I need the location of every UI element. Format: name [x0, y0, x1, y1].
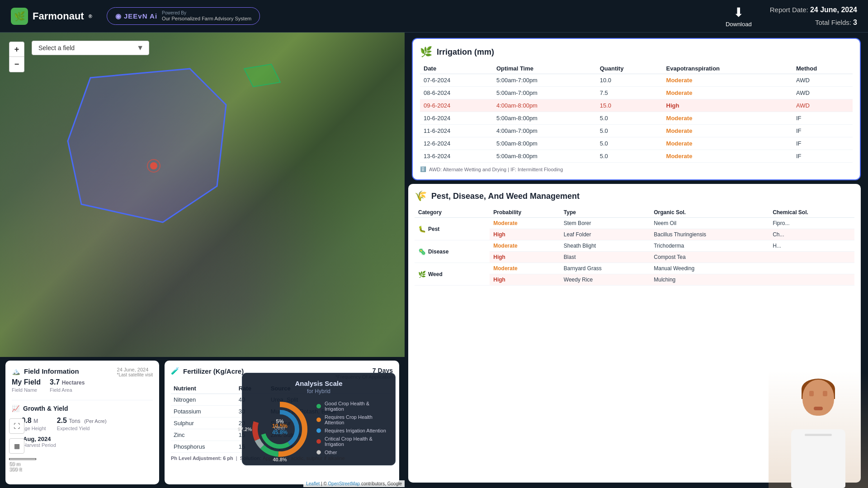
svg-marker-3: [244, 64, 280, 87]
fert-nutrient: Nitrogen: [171, 394, 236, 406]
map-attribution: Leaflet | © OpenStreetMap contributors, …: [303, 480, 405, 487]
col-method: Method: [793, 63, 853, 74]
irrigation-icon: 🌿: [420, 46, 432, 58]
field-area-metric: 3.7 Hectares Field Area: [50, 378, 85, 393]
field-info-icon: 🏔️: [12, 367, 20, 375]
pest-category: 🦠 Disease: [415, 240, 490, 263]
pest-chemical: [769, 263, 854, 274]
irr-time: 5:00am-8:00pm: [493, 150, 596, 163]
scale-bar: [9, 458, 36, 460]
pest-organic: Compost Tea: [650, 252, 769, 263]
map-fullscreen-button[interactable]: ⛶: [9, 418, 24, 434]
col-optimal-time: Optimal Time: [493, 63, 596, 74]
col-nutrient: Nutrient: [171, 383, 236, 394]
pest-probability: High: [490, 252, 560, 263]
field-name-row: My Field Field Name 3.7 Hectares Field A…: [12, 378, 153, 393]
zoom-in-button[interactable]: +: [9, 42, 24, 57]
pest-type: Stem Borer: [560, 218, 650, 229]
pest-probability: Moderate: [490, 240, 560, 252]
map-layers-button[interactable]: ▦: [9, 438, 24, 454]
legend-dot-irrigation: [316, 428, 321, 433]
irr-qty: 5.0: [596, 112, 663, 125]
osm-link[interactable]: OpenStreetMap: [328, 481, 360, 486]
irr-ev: Moderate: [663, 87, 793, 99]
irr-time: 5:00am-8:00pm: [493, 137, 596, 150]
pest-chemical: Ch...: [769, 229, 854, 240]
header: 🌿 Farmonaut® ◉ JEEvN Ai Powered By Our P…: [0, 0, 868, 33]
pest-disease-title: 🌾 Pest, Disease, And Weed Management: [415, 190, 854, 202]
irr-qty: 5.0: [596, 150, 663, 163]
irrigation-footer: ℹ️ AWD: Alternate Wetting and Drying | I…: [420, 166, 853, 172]
harvest-row: 📅 Aug, 2024 Harvest Period: [12, 436, 153, 448]
donut-pct-left: 97.2%: [238, 427, 252, 432]
col-category: Category: [415, 207, 490, 218]
yield-metric: 2.5 Tons (Per Acre) Expected Yield: [57, 417, 107, 431]
pest-probability: Moderate: [490, 263, 560, 274]
field-select[interactable]: Select a field: [32, 41, 149, 55]
irr-date: 08-6-2024: [420, 87, 493, 99]
report-date-line: Report Date: 24 June, 2024: [770, 4, 857, 16]
legend-dot-good: [316, 404, 321, 408]
pest-organic: Neem Oil: [650, 218, 769, 229]
growth-metrics: ▤ 0.8 M Average Height 2.5 Tons (Per Acr…: [12, 417, 153, 431]
growth-section: 📈 Growth & Yield ▤ 0.8 M Average Height …: [12, 400, 153, 448]
fert-nutrient: Phosphorus: [171, 441, 236, 453]
svg-marker-0: [68, 69, 226, 222]
pest-table-row: 🐛 Pest Moderate Stem Borer Neem Oil Fipr…: [415, 218, 854, 229]
svg-point-1: [150, 162, 157, 169]
analysis-popup: Analysis Scale for Hybrid 97.2%: [242, 373, 396, 465]
growth-title: 📈 Growth & Yield: [12, 405, 153, 412]
field-select-container: Select a field ▼: [32, 41, 149, 55]
zoom-out-button[interactable]: −: [9, 57, 24, 72]
pest-type: Sheath Blight: [560, 240, 650, 252]
irr-method: IF: [793, 137, 853, 150]
map-scale: 50 m 300 ft: [9, 458, 36, 472]
col-quantity: Quantity: [596, 63, 663, 74]
download-label: Download: [726, 21, 752, 28]
pest-probability: High: [490, 274, 560, 286]
irr-time: 4:00am-8:00pm: [493, 99, 596, 112]
download-button[interactable]: ⬇ Download: [726, 5, 752, 28]
scale-label-m: 50 m: [9, 461, 36, 466]
pest-probability: High: [490, 229, 560, 240]
pest-organic: Mulching: [650, 274, 769, 286]
field-polygon-overlay: [0, 33, 405, 263]
irr-method: IF: [793, 125, 853, 137]
irr-date: 10-6-2024: [420, 112, 493, 125]
jeevn-text: ◉ JEEvN Ai: [115, 12, 157, 20]
analysis-body: 97.2%: [250, 400, 387, 459]
irr-date: 11-6-2024: [420, 125, 493, 137]
irrigation-table-row: 10-6-2024 5:00am-8:00pm 5.0 Moderate IF: [420, 112, 853, 125]
report-info: Report Date: 24 June, 2024 Total Fields:…: [770, 4, 857, 28]
jeevn-badge[interactable]: ◉ JEEvN Ai Powered By Our Personalized F…: [107, 7, 260, 25]
irr-qty: 15.0: [596, 99, 663, 112]
irrigation-table-row: 07-6-2024 5:00am-7:00pm 10.0 Moderate AW…: [420, 74, 853, 87]
irr-method: AWD: [793, 74, 853, 87]
header-right: ⬇ Download Report Date: 24 June, 2024 To…: [726, 4, 857, 28]
pest-organic: Bacillus Thuringiensis: [650, 229, 769, 240]
irr-ev: Moderate: [663, 125, 793, 137]
pest-chemical: [769, 252, 854, 263]
irr-method: IF: [793, 112, 853, 125]
irr-date: 13-6-2024: [420, 150, 493, 163]
leaflet-link[interactable]: Leaflet: [306, 481, 320, 486]
pest-chemical: [769, 274, 854, 286]
irr-date: 09-6-2024: [420, 99, 493, 112]
irrigation-table-row: 13-6-2024 5:00am-8:00pm 5.0 Moderate IF: [420, 150, 853, 163]
pest-disease-panel: 🌾 Pest, Disease, And Weed Management Cat…: [408, 184, 861, 483]
download-icon: ⬇: [733, 5, 744, 20]
legend-dot-other: [316, 450, 321, 455]
irr-time: 4:00am-7:00pm: [493, 125, 596, 137]
logo-icon: 🌿: [11, 8, 28, 25]
pest-organic: Trichoderma: [650, 240, 769, 252]
irr-method: IF: [793, 150, 853, 163]
bottom-right-wrapper: 🌾 Pest, Disease, And Weed Management Cat…: [405, 184, 868, 488]
fertilizer-title: 🧪 Fertilizer (Kg/Acre): [171, 367, 244, 375]
irr-method: AWD: [793, 99, 853, 112]
growth-icon: 📈: [12, 405, 19, 412]
irrigation-table-row: 12-6-2024 5:00am-8:00pm 5.0 Moderate IF: [420, 137, 853, 150]
irrigation-title: 🌿 Irrigation (mm): [420, 46, 853, 58]
analysis-legend: Good Crop Health & Irrigation Requires C…: [316, 401, 387, 458]
pest-type: Weedy Rice: [560, 274, 650, 286]
irr-qty: 5.0: [596, 125, 663, 137]
